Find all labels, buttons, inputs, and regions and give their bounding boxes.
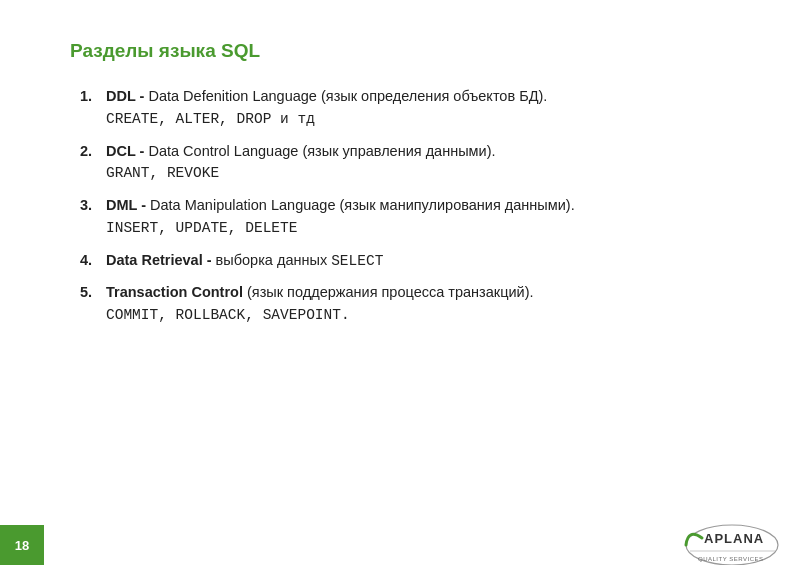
- item-text: Data Defenition Language (язык определен…: [144, 88, 547, 104]
- item-number: 2.: [70, 141, 92, 163]
- item-code: COMMIT, ROLLBACK, SAVEPOINT.: [106, 307, 350, 323]
- item-text: (язык поддержания процесса транзакций).: [243, 284, 534, 300]
- list-item: 3. DML - Data Manipulation Language (язы…: [70, 195, 730, 240]
- item-number: 5.: [70, 282, 92, 304]
- logo-area: APLANA QUALITY SERVICES: [670, 523, 780, 565]
- list-item: 1. DDL - Data Defenition Language (язык …: [70, 86, 730, 131]
- content-list: 1. DDL - Data Defenition Language (язык …: [70, 86, 730, 327]
- aplana-logo: APLANA QUALITY SERVICES: [670, 523, 780, 565]
- item-code: CREATE, ALTER, DROP и тд: [106, 111, 315, 127]
- list-item: 4. Data Retrieval - выборка данных SELEC…: [70, 250, 730, 273]
- slide-title: Разделы языка SQL: [70, 40, 730, 62]
- list-item: 2. DCL - Data Control Language (язык упр…: [70, 141, 730, 186]
- item-bold: Data Retrieval -: [106, 252, 212, 268]
- svg-text:QUALITY SERVICES: QUALITY SERVICES: [698, 556, 763, 562]
- item-bold: DDL -: [106, 88, 144, 104]
- item-code: GRANT, REVOKE: [106, 165, 219, 181]
- svg-text:APLANA: APLANA: [704, 531, 764, 546]
- item-content: DCL - Data Control Language (язык управл…: [106, 141, 730, 186]
- item-bold: Transaction Control: [106, 284, 243, 300]
- item-content: Data Retrieval - выборка данных SELECT: [106, 250, 730, 273]
- bottom-bar: 18 APLANA QUALITY SERVICES: [0, 525, 800, 565]
- slide: Разделы языка SQL 1. DDL - Data Defeniti…: [0, 0, 800, 565]
- item-content: Transaction Control (язык поддержания пр…: [106, 282, 730, 327]
- item-text: Data Manipulation Language (язык манипул…: [146, 197, 575, 213]
- item-code: SELECT: [331, 253, 383, 269]
- item-bold: DML -: [106, 197, 146, 213]
- item-number: 4.: [70, 250, 92, 272]
- item-text: выборка данных: [212, 252, 332, 268]
- item-text: Data Control Language (язык управления д…: [144, 143, 495, 159]
- page-number: 18: [0, 525, 44, 565]
- item-number: 1.: [70, 86, 92, 108]
- item-bold: DCL -: [106, 143, 144, 159]
- list-item: 5. Transaction Control (язык поддержания…: [70, 282, 730, 327]
- item-content: DML - Data Manipulation Language (язык м…: [106, 195, 730, 240]
- item-number: 3.: [70, 195, 92, 217]
- item-content: DDL - Data Defenition Language (язык опр…: [106, 86, 730, 131]
- item-code: INSERT, UPDATE, DELETE: [106, 220, 297, 236]
